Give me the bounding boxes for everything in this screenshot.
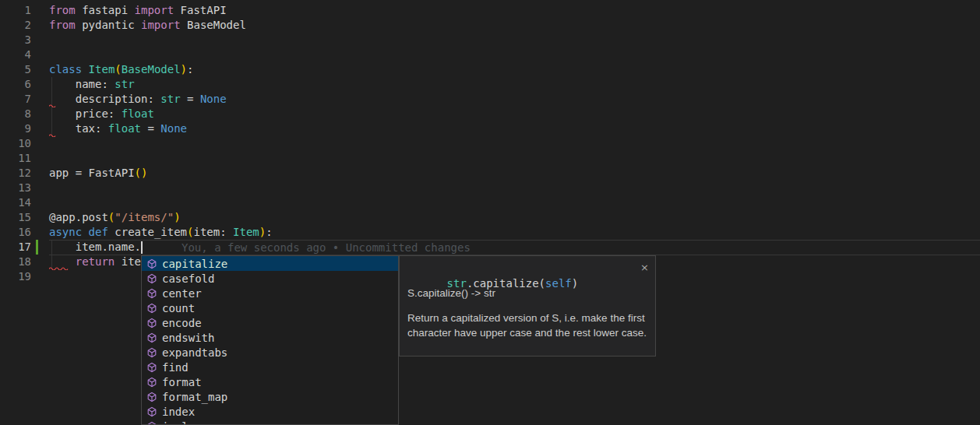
suggestion-item[interactable]: index	[142, 404, 398, 419]
symbol-method-icon	[146, 332, 158, 344]
documentation-popup: str.capitalize(self) × S.capitalize() ->…	[399, 255, 656, 357]
code-token: description:	[49, 93, 160, 105]
suggestion-item[interactable]: encode	[142, 315, 398, 330]
line-number[interactable]: 10	[0, 136, 31, 151]
code-token: name:	[49, 78, 115, 90]
symbol-method-icon	[146, 406, 158, 418]
line-number[interactable]: 17	[0, 240, 31, 255]
text-cursor	[141, 241, 143, 254]
code-token: =	[181, 93, 200, 105]
line-number[interactable]: 9	[0, 121, 31, 136]
symbol-method-icon	[146, 302, 158, 314]
code-token: str	[447, 277, 467, 290]
line-number[interactable]: 18	[0, 255, 31, 269]
code-token: ()	[135, 167, 148, 179]
line-number[interactable]: 13	[0, 181, 31, 195]
code-line[interactable]: 3	[0, 33, 980, 47]
symbol-method-icon	[146, 420, 158, 425]
suggestion-label: index	[162, 406, 195, 418]
gutter-space	[31, 195, 49, 210]
code-text: name: str	[49, 77, 135, 92]
line-number[interactable]: 14	[0, 195, 31, 210]
gutter-space	[31, 92, 49, 107]
line-number[interactable]: 3	[0, 33, 31, 47]
gutter-space	[31, 166, 49, 181]
suggestion-label: endswith	[162, 332, 214, 344]
code-line[interactable]: 1from fastapi import FastAPI	[0, 3, 980, 18]
gutter-space	[31, 136, 49, 151]
suggestion-label: isalnum	[162, 420, 208, 425]
symbol-method-icon	[146, 287, 158, 300]
line-number[interactable]: 11	[0, 151, 31, 166]
suggestion-item[interactable]: capitalize	[142, 256, 398, 271]
line-number[interactable]: 7	[0, 92, 31, 107]
suggestion-list: capitalize casefold center count encode …	[142, 256, 398, 425]
suggestion-label: expandtabs	[162, 346, 227, 359]
suggestion-item[interactable]: format	[142, 374, 398, 389]
code-line[interactable]: 10	[0, 136, 980, 151]
code-line[interactable]: 12app = FastAPI()	[0, 166, 980, 181]
code-token: app = FastAPI	[49, 167, 135, 179]
code-text: price: float	[49, 107, 154, 121]
code-text: app = FastAPI()	[49, 166, 147, 181]
code-token: )	[181, 63, 187, 76]
code-line[interactable]: 5class Item(BaseModel):	[0, 62, 980, 77]
code-line[interactable]: 16async def create_item(item: Item):	[0, 225, 980, 240]
suggestion-item[interactable]: endswith	[142, 330, 398, 345]
line-number[interactable]: 1	[0, 3, 31, 18]
symbol-method-icon	[146, 317, 158, 329]
line-number[interactable]: 4	[0, 47, 31, 62]
code-line[interactable]: 14	[0, 195, 980, 210]
code-token: Item	[233, 226, 259, 238]
code-token: )	[572, 277, 578, 290]
code-token: fastapi	[76, 4, 135, 16]
code-text: @app.post("/items/")	[49, 210, 181, 225]
gutter-space	[31, 62, 49, 77]
suggestion-item[interactable]: center	[142, 286, 398, 300]
line-number[interactable]: 19	[0, 269, 31, 284]
code-token: float	[108, 122, 141, 135]
code-token: class	[49, 63, 82, 76]
line-number[interactable]: 15	[0, 210, 31, 225]
suggestion-item[interactable]: expandtabs	[142, 345, 398, 360]
code-line[interactable]: 9 tax: float = None	[0, 121, 980, 136]
line-number[interactable]: 16	[0, 225, 31, 240]
code-line[interactable]: 11	[0, 151, 980, 166]
suggestion-item[interactable]: find	[142, 360, 398, 374]
code-text: description: str = None	[49, 92, 227, 107]
suggestion-item[interactable]: format_map	[142, 389, 398, 404]
code-line[interactable]: 13	[0, 181, 980, 195]
code-token: tax:	[49, 122, 108, 135]
suggestion-label: capitalize	[162, 258, 227, 270]
suggestion-label: casefold	[162, 272, 214, 285]
line-number[interactable]: 12	[0, 166, 31, 181]
code-line[interactable]: 15@app.post("/items/")	[0, 210, 980, 225]
code-token: import	[135, 4, 174, 16]
code-token	[82, 63, 88, 76]
code-line[interactable]: 6 name: str	[0, 77, 980, 92]
suggestion-item[interactable]: count	[142, 300, 398, 315]
line-number[interactable]: 6	[0, 77, 31, 92]
suggestion-item[interactable]: casefold	[142, 271, 398, 286]
symbol-method-icon	[146, 391, 158, 403]
gutter-space	[31, 3, 49, 18]
symbol-method-icon	[146, 376, 158, 388]
suggestion-label: find	[162, 361, 189, 374]
close-icon[interactable]: ×	[640, 262, 649, 273]
code-token: def	[89, 226, 108, 238]
suggestion-item[interactable]: isalnum	[142, 419, 398, 425]
code-line[interactable]: 7 description: str = None	[0, 92, 980, 107]
code-token: from	[49, 4, 76, 16]
line-number[interactable]: 5	[0, 62, 31, 77]
code-line[interactable]: 8 price: float	[0, 107, 980, 121]
code-token: "/items/"	[115, 211, 174, 223]
line-number[interactable]: 2	[0, 18, 31, 33]
gutter-space	[31, 210, 49, 225]
suggestion-label: center	[162, 287, 202, 300]
code-line[interactable]: 2from pydantic import BaseModel	[0, 18, 980, 33]
line-number[interactable]: 8	[0, 107, 31, 121]
code-line[interactable]: 4	[0, 47, 980, 62]
error-squiggle	[49, 104, 56, 107]
code-token: )	[259, 226, 266, 238]
code-token: :	[266, 226, 272, 238]
